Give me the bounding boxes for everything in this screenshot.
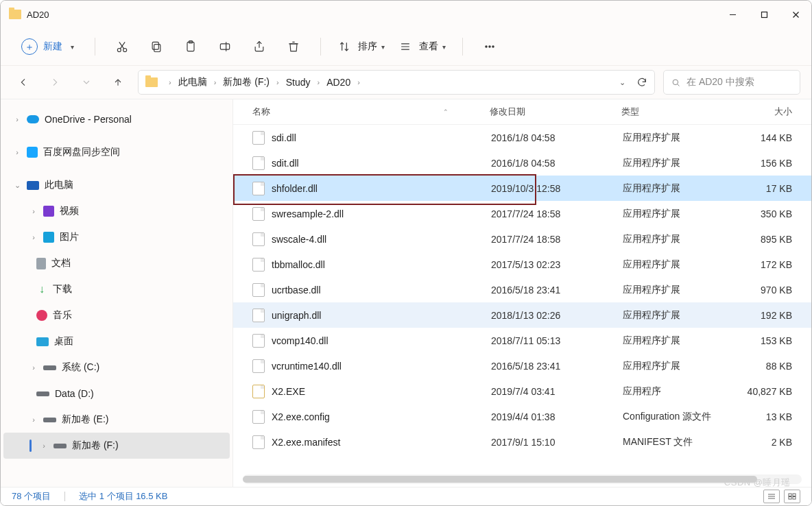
breadcrumb-item[interactable]: AD20 <box>326 77 350 88</box>
file-row[interactable]: ucrtbase.dll2016/5/18 23:41应用程序扩展970 KB <box>233 277 811 302</box>
file-row[interactable]: sdi.dll2016/1/8 04:58应用程序扩展144 KB <box>233 125 811 150</box>
file-row[interactable]: X2.exe.config2019/4/4 01:38Configuration… <box>233 404 811 429</box>
file-name: swscale-4.dll <box>272 234 491 245</box>
view-details-button[interactable] <box>763 490 780 503</box>
sidebar-item-onedrive[interactable]: › OneDrive - Personal <box>3 106 230 132</box>
sidebar-item-drive-c[interactable]: ›系统 (C:) <box>3 354 230 381</box>
file-size: 350 KB <box>731 208 811 219</box>
file-row[interactable]: swscale-4.dll2017/7/24 18:58应用程序扩展895 KB <box>233 226 811 252</box>
sidebar-label: 下载 <box>53 283 72 296</box>
file-date: 2017/5/13 02:23 <box>491 259 623 270</box>
sidebar-item-drive-d[interactable]: Data (D:) <box>3 381 230 407</box>
svg-line-21 <box>678 84 680 86</box>
breadcrumb-bar[interactable]: › 此电脑 › 新加卷 (F:) › Study › AD20 › ⌄ <box>138 70 655 95</box>
file-row[interactable]: X2.exe.manifest2017/9/1 15:10MANIFEST 文件… <box>233 429 811 455</box>
scrollbar-thumb[interactable] <box>243 476 757 483</box>
more-button[interactable] <box>475 34 504 59</box>
column-size[interactable]: 大小 <box>730 106 811 118</box>
view-thumbnails-button[interactable] <box>784 490 800 503</box>
title-bar: AD20 <box>1 1 811 28</box>
file-row[interactable]: shfolder.dll2019/10/3 12:58应用程序扩展17 KB <box>233 176 811 201</box>
rename-button[interactable] <box>211 34 239 59</box>
sidebar-label: OneDrive - Personal <box>45 114 132 125</box>
cut-button[interactable] <box>108 34 136 59</box>
column-date[interactable]: 修改日期 <box>490 106 621 118</box>
view-button[interactable]: 查看 ▾ <box>394 34 450 59</box>
music-icon <box>36 310 47 321</box>
watermark: CSDN @睡月瑶 <box>724 477 791 489</box>
file-size: 40,827 KB <box>731 386 811 397</box>
breadcrumb-item[interactable]: 新加卷 (F:) <box>223 76 270 88</box>
share-button[interactable] <box>245 34 274 59</box>
column-name[interactable]: 名称 ⌃ <box>252 106 490 118</box>
search-icon <box>671 77 681 88</box>
window-buttons <box>717 1 811 28</box>
close-button[interactable] <box>780 1 811 28</box>
file-row[interactable]: vcomp140.dll2018/7/11 05:13应用程序扩展153 KB <box>233 328 811 353</box>
back-button[interactable] <box>12 71 35 94</box>
refresh-icon[interactable] <box>636 77 647 88</box>
column-type[interactable]: 类型 <box>621 106 730 118</box>
file-row[interactable]: unigraph.dll2018/1/13 02:26应用程序扩展192 KB <box>233 302 811 328</box>
file-type: MANIFEST 文件 <box>623 436 731 448</box>
file-icon <box>252 410 265 424</box>
delete-button[interactable] <box>279 34 308 59</box>
breadcrumb-item[interactable]: 此电脑 <box>178 76 207 88</box>
chevron-right-icon: › <box>13 115 21 123</box>
svg-line-7 <box>119 42 124 49</box>
file-row[interactable]: swresample-2.dll2017/7/24 18:58应用程序扩展350… <box>233 201 811 226</box>
file-icon <box>252 334 265 348</box>
sidebar-label: 百度网盘同步空间 <box>43 146 120 158</box>
file-size: 13 KB <box>731 411 811 422</box>
file-date: 2019/10/3 12:58 <box>491 183 623 194</box>
chevron-right-icon: › <box>214 78 217 86</box>
paste-button[interactable] <box>176 34 205 59</box>
nav-row: › 此电脑 › 新加卷 (F:) › Study › AD20 › ⌄ 在 AD… <box>1 66 811 99</box>
sidebar-item-desktop[interactable]: 桌面 <box>3 328 230 354</box>
file-name: X2.EXE <box>272 386 491 397</box>
sidebar-item-download[interactable]: ↓下载 <box>3 276 230 302</box>
sidebar-item-baidu[interactable]: › 百度网盘同步空间 <box>3 139 230 165</box>
maximize-button[interactable] <box>748 1 780 28</box>
file-list[interactable]: sdi.dll2016/1/8 04:58应用程序扩展144 KBsdit.dl… <box>233 125 811 474</box>
sidebar-item-document[interactable]: 文档 <box>3 250 230 276</box>
drive-icon <box>36 391 49 396</box>
minimize-button[interactable] <box>717 1 748 28</box>
horizontal-scrollbar[interactable] <box>243 474 802 484</box>
file-name: swresample-2.dll <box>272 208 491 219</box>
sidebar-item-drive-e[interactable]: ›新加卷 (E:) <box>3 407 230 433</box>
file-icon <box>252 182 265 195</box>
search-box[interactable]: 在 AD20 中搜索 <box>663 70 800 95</box>
forward-button[interactable] <box>43 71 67 94</box>
sidebar-item-picture[interactable]: ›图片 <box>3 224 230 250</box>
sidebar-item-video[interactable]: ›视频 <box>3 198 230 224</box>
sidebar-item-drive-f[interactable]: ›新加卷 (F:) <box>3 433 230 459</box>
file-name: vcomp140.dll <box>272 335 491 346</box>
file-name: vcruntime140.dll <box>272 361 491 372</box>
new-label: 新建 <box>43 40 62 53</box>
breadcrumb-item[interactable]: Study <box>286 77 311 88</box>
file-size: 970 KB <box>731 285 811 296</box>
drive-icon <box>43 365 56 370</box>
up-button[interactable] <box>106 71 130 94</box>
sidebar-item-thispc[interactable]: ⌄ 此电脑 <box>3 172 230 198</box>
new-button[interactable]: ＋ 新建 ▾ <box>13 34 82 59</box>
file-size: 2 KB <box>731 437 811 448</box>
file-row[interactable]: tbbmalloc.dll2017/5/13 02:23应用程序扩展172 KB <box>233 252 811 277</box>
separator <box>95 38 95 56</box>
breadcrumb-controls: ⌄ <box>619 77 647 88</box>
file-row[interactable]: vcruntime140.dll2016/5/18 23:41应用程序扩展88 … <box>233 353 811 378</box>
sort-button[interactable]: 排序 ▾ <box>333 34 389 59</box>
svg-rect-1 <box>761 12 767 17</box>
copy-button[interactable] <box>142 34 171 59</box>
sidebar-label: 此电脑 <box>45 179 73 191</box>
recent-dropdown[interactable] <box>75 71 98 94</box>
file-type: 应用程序扩展 <box>623 360 731 372</box>
file-row[interactable]: X2.EXE2019/7/4 03:41应用程序40,827 KB <box>233 378 811 404</box>
file-type: 应用程序扩展 <box>623 157 731 169</box>
selection-bar <box>29 439 32 452</box>
chevron-down-icon[interactable]: ⌄ <box>619 78 625 87</box>
file-row[interactable]: sdit.dll2016/1/8 04:58应用程序扩展156 KB <box>233 150 811 176</box>
file-type: 应用程序扩展 <box>623 208 731 220</box>
sidebar-item-music[interactable]: 音乐 <box>3 302 230 328</box>
